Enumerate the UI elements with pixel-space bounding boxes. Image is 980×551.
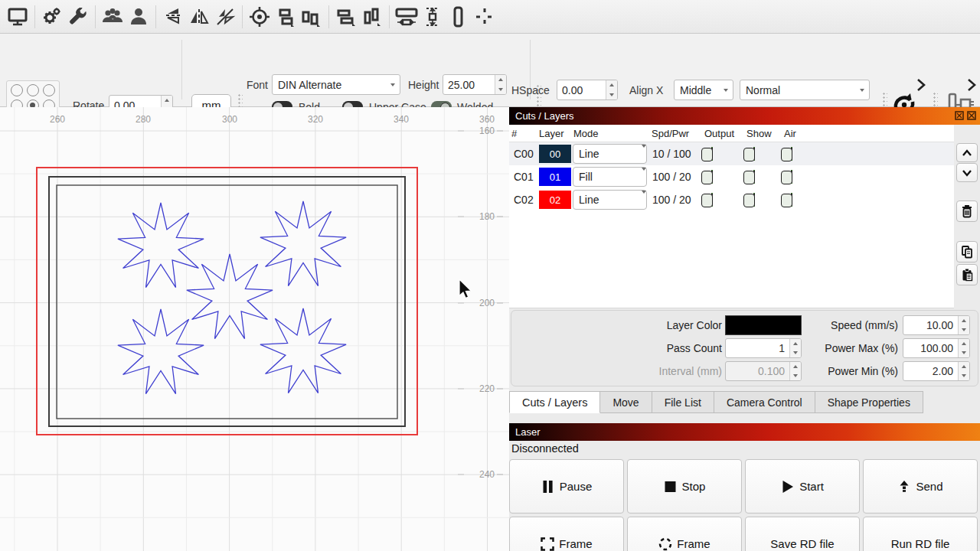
send-button[interactable]: Send <box>863 459 978 514</box>
show-toggle[interactable] <box>753 170 755 184</box>
display-settings-icon[interactable] <box>5 4 31 30</box>
mirror-diagonal-icon[interactable] <box>212 4 238 30</box>
layer-mode-dropdown[interactable]: Line <box>573 190 647 210</box>
red-frame-rect[interactable] <box>37 168 417 435</box>
workspace-canvas[interactable]: 260280300320340360160180200220240 <box>0 107 509 551</box>
layer-mode-value[interactable]: Line <box>573 194 642 206</box>
resize-height-icon[interactable] <box>420 4 446 30</box>
resize-width-icon[interactable] <box>394 4 420 30</box>
laser-status: Disconnected <box>511 442 579 455</box>
chevron-down-icon[interactable] <box>642 194 646 206</box>
flip-vertical-icon[interactable] <box>160 4 186 30</box>
black-inner-rect[interactable] <box>57 185 397 419</box>
paste-layer-button[interactable] <box>956 264 978 285</box>
device-settings-gear-icon[interactable] <box>39 4 65 30</box>
move-layer-down-button[interactable] <box>956 163 978 182</box>
anchor-top-center[interactable] <box>27 84 39 96</box>
anchor-top-left[interactable] <box>11 84 23 96</box>
laser-button-label: Start <box>799 480 824 493</box>
layer-spdpwr: 100 / 20 <box>649 171 702 183</box>
chevron-down-icon[interactable] <box>386 75 400 94</box>
distribute-vertical-icon[interactable] <box>359 4 385 30</box>
close-window-icon[interactable] <box>967 111 976 120</box>
layer-color-chip[interactable]: 02 <box>539 191 571 209</box>
star-shape[interactable] <box>260 201 346 286</box>
col-header: Air <box>782 128 954 139</box>
speed-label: Speed (mm/s) <box>772 319 898 331</box>
align-x-combobox[interactable]: Middle <box>674 80 733 100</box>
anchor-top-right[interactable] <box>43 84 55 96</box>
layer-mode-dropdown[interactable]: Line <box>573 144 647 164</box>
power-min-spinner[interactable]: 2.00 <box>903 361 970 381</box>
run-rd-file-button[interactable]: Run RD file <box>863 517 978 551</box>
tab-camera-control[interactable]: Camera Control <box>714 391 815 413</box>
move-layer-up-button[interactable] <box>956 143 978 162</box>
layer-mode-value[interactable]: Line <box>573 148 642 160</box>
float-window-icon[interactable] <box>955 111 964 120</box>
power-max-spinner[interactable]: 100.00 <box>903 338 970 358</box>
star-shape[interactable] <box>118 309 204 394</box>
start-button[interactable]: Start <box>745 459 860 514</box>
layer-color-chip[interactable]: 01 <box>539 168 571 186</box>
frame-button[interactable]: Frame <box>509 517 624 551</box>
layer-color-chip[interactable]: 00 <box>539 145 571 163</box>
speed-value[interactable]: 10.00 <box>903 316 958 334</box>
layer-mode-dropdown[interactable]: Fill <box>573 167 647 187</box>
speed-spinner[interactable]: 10.00 <box>903 315 970 335</box>
star-shape[interactable] <box>118 203 204 288</box>
layer-row[interactable]: C00 00 Line 10 / 100 <box>509 142 954 165</box>
tools-wrench-icon[interactable] <box>65 4 91 30</box>
show-toggle[interactable] <box>753 147 755 161</box>
snap-cross-icon[interactable] <box>472 4 498 30</box>
star-shape[interactable] <box>260 308 346 393</box>
distribute-horizontal-icon[interactable] <box>333 4 359 30</box>
pause-button[interactable]: Pause <box>509 459 624 514</box>
output-toggle[interactable] <box>711 193 713 207</box>
chevron-down-icon[interactable] <box>855 80 869 99</box>
flip-horizontal-icon[interactable] <box>186 4 212 30</box>
air-toggle[interactable] <box>791 193 792 207</box>
layer-row[interactable]: C01 01 Fill 100 / 20 <box>509 165 954 188</box>
frame-button[interactable]: Frame <box>627 517 742 551</box>
laser-button-label: Frame <box>677 537 710 550</box>
hspace-value[interactable]: 0.00 <box>557 80 606 99</box>
align-stack-vertical-icon[interactable] <box>273 4 299 30</box>
tab-shape-properties[interactable]: Shape Properties <box>815 391 923 413</box>
layer-mode-value[interactable]: Fill <box>573 171 642 183</box>
tab-file-list[interactable]: File List <box>652 391 714 413</box>
air-toggle[interactable] <box>791 147 792 161</box>
copy-layer-button[interactable] <box>956 241 978 262</box>
output-toggle[interactable] <box>711 147 713 161</box>
save-rd-file-button[interactable]: Save RD file <box>745 517 860 551</box>
stop-button[interactable]: Stop <box>627 459 742 514</box>
align-x-value[interactable]: Middle <box>675 84 719 96</box>
chevron-down-icon[interactable] <box>642 148 646 160</box>
laser-titlebar[interactable]: Laser <box>509 423 980 441</box>
tab-move[interactable]: Move <box>600 391 652 413</box>
user-icon[interactable] <box>126 4 152 30</box>
align-stack-horizontal-icon[interactable] <box>299 4 325 30</box>
text-style-combobox[interactable]: Normal <box>740 80 870 100</box>
text-height-spinner[interactable]: 25.00 <box>443 74 507 95</box>
font-combobox[interactable]: DIN Alternate <box>272 74 400 95</box>
show-toggle[interactable] <box>753 193 755 207</box>
power-max-value[interactable]: 100.00 <box>903 339 958 357</box>
focus-target-icon[interactable] <box>247 4 273 30</box>
output-toggle[interactable] <box>711 170 713 184</box>
delete-layer-button[interactable] <box>956 201 978 222</box>
tab-cuts-layers[interactable]: Cuts / Layers <box>509 391 600 413</box>
cuts-layers-titlebar[interactable]: Cuts / Layers <box>509 107 980 125</box>
chevron-down-icon[interactable] <box>719 80 733 99</box>
air-toggle[interactable] <box>791 170 792 184</box>
power-min-value[interactable]: 2.00 <box>903 362 958 380</box>
send-icon <box>897 480 911 494</box>
chevron-down-icon[interactable] <box>642 171 646 183</box>
height-value[interactable]: 25.00 <box>443 75 495 94</box>
text-style-value[interactable]: Normal <box>740 84 855 96</box>
font-value[interactable]: DIN Alternate <box>273 79 386 91</box>
hspace-spinner[interactable]: 0.00 <box>557 80 618 100</box>
scale-bar-icon[interactable] <box>446 4 472 30</box>
user-group-icon[interactable] <box>100 4 126 30</box>
toolbar-separator <box>34 5 35 28</box>
layer-row[interactable]: C02 02 Line 100 / 20 <box>509 188 954 211</box>
